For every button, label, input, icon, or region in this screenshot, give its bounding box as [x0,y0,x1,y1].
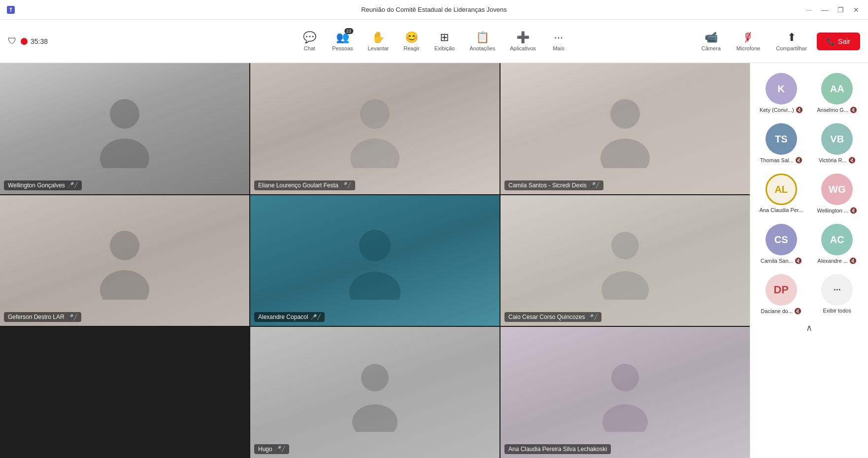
apps-btn[interactable]: ➕ Aplicativos [503,28,543,54]
video-cell-camila: Camila Santos - Sicredi Dexis 🎤╱ [501,63,750,194]
avatar-name-row-anselmo: Anselmo G... 🔇 [817,106,857,113]
avatar-victoria: VB [821,123,853,155]
avatar-name-row-kety: Kety (Convi...) 🔇 [760,106,803,113]
avatar-more[interactable]: ··· [821,274,853,306]
svg-point-15 [352,404,398,432]
toolbar: 🛡 35:38 💬 Chat 👥 23 Pessoas ✋ Levantar 😊… [0,20,868,63]
avatar-thomas: TS [766,123,797,155]
svg-point-7 [601,139,650,168]
video-label-wellington: Wellington Gonçalves 🎤╱ [4,180,82,190]
record-dot [21,38,28,45]
video-cell-ana: Ana Claudia Pereira Silva Lechakoski [501,327,750,458]
avatar-anselmo: AA [821,73,853,105]
notes-btn[interactable]: 📋 Anotações [463,28,502,54]
notes-label: Anotações [469,45,495,51]
notes-icon: 📋 [476,31,489,44]
participants-sidebar: K Kety (Convi...) 🔇 AA Anselmo G... 🔇 [750,63,868,458]
svg-point-8 [110,231,139,260]
camera-label: Câmera [701,45,721,51]
close-btn[interactable]: ✕ [850,4,862,16]
video-label-eliane: Eliane Lourenço Goulart Festa 🎤╱ [254,180,355,190]
share-btn[interactable]: ⬆ Compartilhar [770,28,813,54]
participant-row-4: CS Camila San... 🔇 AC Alexandre ... 🔇 [750,219,868,269]
mic-slash-caio: 🎤╱ [587,314,598,320]
more-btn[interactable]: ··· Mais [544,28,573,54]
mic-icon-alexandre-san: 🔇 [849,257,857,264]
avatar-name-row-more: Exibir todos [823,308,851,314]
avatar-name-row-camila-san: Camila San... 🔇 [761,257,802,264]
maximize-btn[interactable]: ❐ [835,4,846,16]
timer: 35:38 [31,37,48,45]
window-title: Reunião do Comitê Estadual de Lideranças… [361,6,507,13]
avatar-name-row-alexandre-san: Alexandre ... 🔇 [817,257,857,264]
participant-daciane: DP Daciane do... 🔇 [754,271,808,317]
apps-icon: ➕ [516,31,530,44]
svg-point-14 [361,364,389,391]
people-btn[interactable]: 👥 23 Pessoas [325,28,360,54]
mic-icon-daciane: 🔇 [794,308,801,315]
raise-icon: ✋ [371,31,385,44]
mic-label: Microfone [736,45,760,51]
mic-slash-geferson: 🎤╱ [67,314,77,320]
avatar-name-row-ana-claudia: Ana Claudia Per... [759,207,803,213]
svg-point-10 [359,230,391,261]
toolbar-center: 💬 Chat 👥 23 Pessoas ✋ Levantar 😊 Reagir … [295,28,573,54]
video-label-caio: Caio Cesar Corso Quincozes 🎤╱ [504,312,601,322]
participant-victoria: VB Victória R... 🔇 [810,120,865,167]
participant-row-5: DP Daciane do... 🔇 ··· Exibir todos [750,269,868,319]
avatar-name-row-wellington: Wellington ... 🔇 [817,207,857,214]
video-cell-empty [0,327,249,458]
people-badge: 23 [344,28,353,34]
microphone-btn[interactable]: 🎙 ╱ Microfone [731,28,766,54]
video-label-hugo: Hugo 🎤╱ [254,444,289,454]
phone-icon: 📞 [827,37,835,45]
leave-button[interactable]: 📞 Sair [817,33,860,50]
teams-logo: T [6,5,16,15]
participant-anselmo: AA Anselmo G... 🔇 [810,70,865,116]
more-options-btn[interactable]: ··· [803,4,815,16]
svg-point-16 [611,364,639,391]
video-cell-geferson: Geferson Destro LAR 🎤╱ [0,195,249,326]
mic-slash-wellington: 🎤╱ [67,182,78,188]
camera-btn[interactable]: 📹 Câmera [696,28,727,54]
raise-btn[interactable]: ✋ Levantar [361,28,396,54]
mic-slash-alexandre: 🎤╱ [310,314,321,320]
view-icon: ⊞ [440,31,449,44]
mic-icon-victoria: 🔇 [848,157,856,164]
participant-alexandre-san: AC Alexandre ... 🔇 [810,221,865,267]
svg-point-4 [360,99,390,129]
mic-icon-camila-san: 🔇 [795,257,802,264]
record-indicator: 35:38 [21,37,48,45]
participant-camila-san: CS Camila San... 🔇 [754,221,808,267]
scroll-up-btn[interactable]: ∧ [750,319,868,336]
video-cell-hugo: Hugo 🎤╱ [250,327,500,458]
react-btn[interactable]: 😊 Reagir [397,28,426,54]
more-icon: ··· [554,31,563,44]
video-cell-caio: Caio Cesar Corso Quincozes 🎤╱ [501,195,750,326]
chat-btn[interactable]: 💬 Chat [295,28,324,54]
participant-kety: K Kety (Convi...) 🔇 [754,70,808,116]
show-all-btn[interactable]: ··· Exibir todos [810,271,865,317]
more-label: Mais [553,45,564,51]
view-label: Exibição [434,45,455,51]
svg-point-17 [602,404,648,432]
avatar-name-row-daciane: Daciane do... 🔇 [761,308,801,315]
toolbar-right: 📹 Câmera 🎙 ╱ Microfone ⬆ Compartilhar 📞 … [696,28,860,54]
title-bar: T Reunião do Comitê Estadual de Lideranç… [0,0,868,20]
video-cell-eliane: Eliane Lourenço Goulart Festa 🎤╱ [250,63,500,194]
mic-icon-anselmo: 🔇 [850,106,857,113]
react-label: Reagir [403,45,419,51]
video-label-geferson: Geferson Destro LAR 🎤╱ [4,312,81,322]
avatar-kety: K [766,73,797,105]
view-btn[interactable]: ⊞ Exibição [428,28,462,54]
chat-label: Chat [304,45,315,51]
mic-slash-camila: 🎤╱ [589,182,600,188]
minimize-btn[interactable]: — [819,4,831,16]
svg-point-6 [610,99,640,129]
shield-icon: 🛡 [8,36,17,46]
participant-row-1: K Kety (Convi...) 🔇 AA Anselmo G... 🔇 [750,68,868,118]
chat-icon: 💬 [303,31,316,44]
avatar-camila-san: CS [766,224,797,255]
avatar-wellington: WG [821,174,853,205]
avatar-alexandre-san: AC [821,224,853,255]
